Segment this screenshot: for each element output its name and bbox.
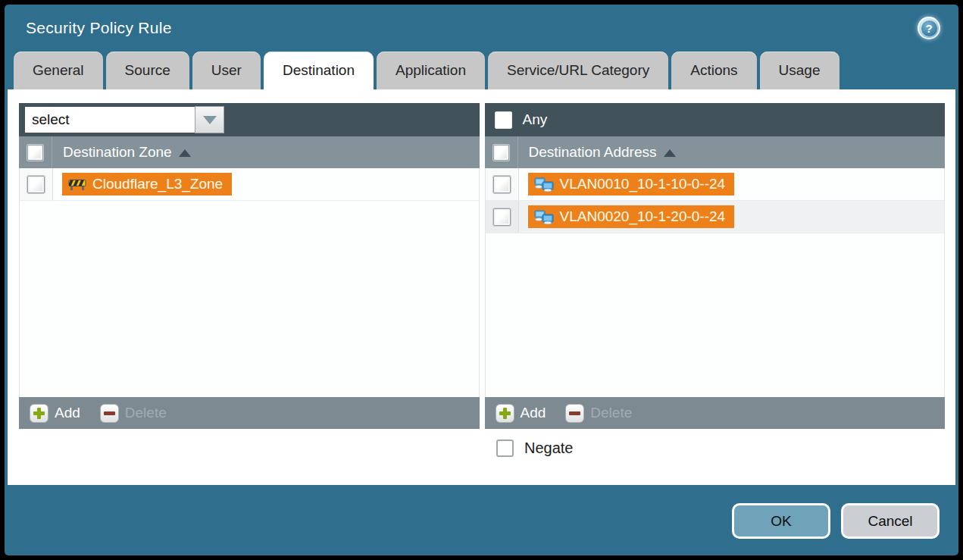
network-address-icon <box>534 210 554 224</box>
tab-source[interactable]: Source <box>106 52 189 89</box>
delete-address-button[interactable]: Delete <box>565 404 632 423</box>
zone-header-checkbox-cell <box>19 136 52 168</box>
ok-button[interactable]: OK <box>732 503 830 539</box>
security-policy-rule-dialog: Security Policy Rule ? General Source Us… <box>5 5 958 555</box>
dialog-title: Security Policy Rule <box>26 19 172 37</box>
table-row[interactable]: VLAN0010_10-1-10-0--24 <box>486 168 945 201</box>
address-row-checkbox[interactable] <box>493 208 511 226</box>
zone-row-checkbox[interactable] <box>27 176 45 193</box>
address-column-label-wrap[interactable]: Destination Address <box>518 144 676 161</box>
negate-row: Negate <box>19 440 945 457</box>
title-bar: Security Policy Rule ? <box>5 5 958 52</box>
address-row-label: VLAN0010_10-1-10-0--24 <box>560 176 726 192</box>
zone-column-header: Destination Zone <box>19 136 480 168</box>
network-address-icon <box>534 177 554 192</box>
negate-checkbox[interactable] <box>496 440 514 457</box>
address-column-header: Destination Address <box>485 136 946 168</box>
address-row-label: VLAN0020_10-1-20-0--24 <box>560 208 726 225</box>
destination-address-panel: Any Destination Address <box>485 103 946 429</box>
address-panel-footer: Add Delete <box>485 397 946 429</box>
dialog-footer: OK Cancel <box>5 485 958 555</box>
panels: Destination Zone <box>19 103 945 429</box>
tab-destination[interactable]: Destination <box>264 52 374 89</box>
address-rows: VLAN0010_10-1-10-0--24 <box>485 168 946 397</box>
plus-icon <box>30 404 48 423</box>
tab-bar: General Source User Destination Applicat… <box>5 52 958 89</box>
zone-filter-combo <box>24 106 224 133</box>
add-zone-label: Add <box>55 405 80 421</box>
negate-label: Negate <box>524 440 574 457</box>
address-value-chip[interactable]: VLAN0010_10-1-10-0--24 <box>528 173 735 196</box>
table-row[interactable]: VLAN0020_10-1-20-0--24 <box>486 201 945 233</box>
screen: Security Policy Rule ? General Source Us… <box>0 0 963 560</box>
tab-usage[interactable]: Usage <box>760 52 839 89</box>
address-column-label: Destination Address <box>529 144 657 161</box>
minus-icon <box>100 404 119 423</box>
delete-zone-label: Delete <box>125 405 167 421</box>
delete-address-label: Delete <box>590 405 632 421</box>
minus-icon <box>565 404 584 423</box>
address-panel-toolbar: Any <box>485 103 946 136</box>
tab-general[interactable]: General <box>14 52 103 89</box>
zone-row-label: Cloudflare_L3_Zone <box>92 176 223 192</box>
address-row-content: VLAN0020_10-1-20-0--24 <box>519 205 735 228</box>
address-row-checkbox-cell <box>486 201 519 233</box>
select-all-addresses-checkbox[interactable] <box>493 145 509 161</box>
add-zone-button[interactable]: Add <box>30 404 80 423</box>
any-wrap: Any <box>490 111 548 129</box>
sort-asc-icon <box>179 149 191 157</box>
question-mark-glyph: ? <box>921 20 937 36</box>
zone-panel-toolbar <box>19 103 480 136</box>
any-checkbox[interactable] <box>495 111 512 129</box>
sort-asc-icon <box>664 149 676 157</box>
destination-tab-content: Destination Zone <box>8 89 955 485</box>
help-icon[interactable]: ? <box>918 17 940 39</box>
zone-value-chip[interactable]: Cloudflare_L3_Zone <box>62 173 232 196</box>
zone-row-checkbox-cell <box>20 168 53 200</box>
tab-actions[interactable]: Actions <box>671 52 756 89</box>
zone-icon <box>68 178 86 191</box>
zone-panel-footer: Add Delete <box>19 397 480 429</box>
zone-filter-dropdown-button[interactable] <box>195 106 224 133</box>
zone-rows: Cloudflare_L3_Zone <box>19 168 480 397</box>
destination-zone-panel: Destination Zone <box>19 103 480 429</box>
zone-row-content: Cloudflare_L3_Zone <box>53 173 232 196</box>
select-all-zones-checkbox[interactable] <box>27 145 43 161</box>
zone-filter-input[interactable] <box>24 106 195 133</box>
address-value-chip[interactable]: VLAN0020_10-1-20-0--24 <box>528 205 735 228</box>
add-address-label: Add <box>521 405 546 421</box>
address-header-checkbox-cell <box>485 136 518 168</box>
table-row[interactable]: Cloudflare_L3_Zone <box>20 168 479 201</box>
tab-user[interactable]: User <box>192 52 261 89</box>
chevron-down-icon <box>203 116 217 124</box>
zone-column-label: Destination Zone <box>63 144 172 161</box>
plus-icon <box>496 404 514 423</box>
delete-zone-button[interactable]: Delete <box>100 404 167 423</box>
address-row-checkbox[interactable] <box>493 176 511 193</box>
tab-application[interactable]: Application <box>377 52 485 89</box>
add-address-button[interactable]: Add <box>496 404 546 423</box>
tab-service-url-category[interactable]: Service/URL Category <box>488 52 668 89</box>
address-row-content: VLAN0010_10-1-10-0--24 <box>519 173 735 196</box>
zone-column-label-wrap[interactable]: Destination Zone <box>52 144 191 161</box>
address-row-checkbox-cell <box>486 168 519 200</box>
any-label: Any <box>523 111 548 128</box>
cancel-button[interactable]: Cancel <box>841 503 940 539</box>
